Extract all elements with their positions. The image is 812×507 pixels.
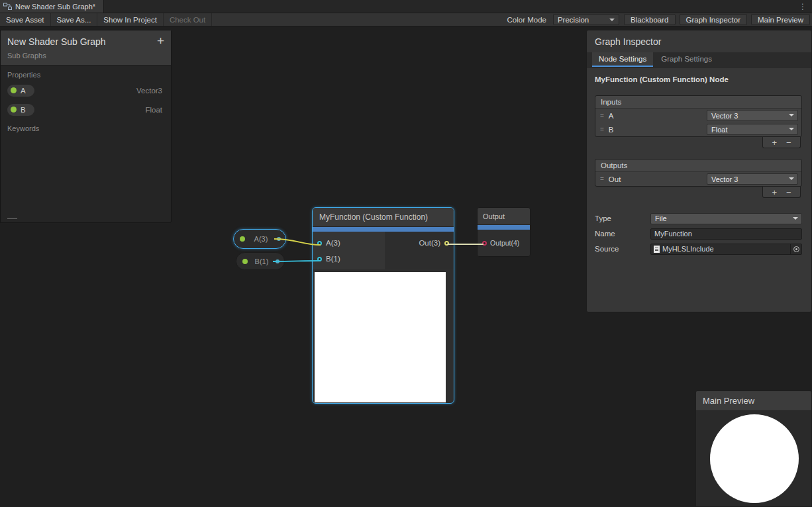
port-label-b: B(1): [326, 255, 340, 263]
property-output-port[interactable]: [277, 237, 281, 241]
blackboard-title[interactable]: New Shader Sub Graph: [7, 36, 164, 47]
property-type: Float: [145, 106, 162, 114]
function-fields: Type File Name MyFunction Source MyHLSLI…: [595, 212, 802, 255]
property-node-a[interactable]: A(3): [233, 229, 286, 249]
toolbar: Save Asset Save As... Show In Project Ch…: [0, 13, 812, 26]
chevron-down-icon: [789, 177, 794, 180]
object-picker-button[interactable]: [790, 244, 801, 254]
name-label: Name: [595, 230, 650, 238]
node-title[interactable]: Output: [478, 208, 530, 225]
main-preview-title[interactable]: Main Preview: [696, 391, 811, 411]
property-node-label: A(3): [248, 235, 274, 243]
name-input[interactable]: MyFunction: [650, 228, 802, 240]
tab-graph-settings[interactable]: Graph Settings: [654, 52, 719, 67]
tab-node-settings[interactable]: Node Settings: [592, 52, 653, 67]
keywords-section-label: Keywords: [1, 119, 171, 134]
graph-inspector-content: MyFunction (Custom Function) Node Inputs…: [587, 75, 811, 255]
tab-overflow-menu-icon[interactable]: ⋮: [796, 0, 809, 13]
precision-bar: [313, 227, 454, 232]
property-type: Vector3: [136, 87, 162, 95]
output-node[interactable]: Output Output(4): [477, 207, 531, 257]
port-dot-output[interactable]: [482, 241, 487, 246]
output-name: Out: [609, 175, 702, 183]
precision-bar: [478, 225, 530, 230]
tab-shader-subgraph[interactable]: New Shader Sub Graph*: [0, 0, 104, 13]
output-row-out[interactable]: = Out Vector 3: [595, 172, 801, 186]
port-label-output: Output(4): [490, 239, 519, 247]
toolbar-spacer: [212, 13, 503, 26]
blackboard-panel: New Shader Sub Graph Sub Graphs + Proper…: [0, 30, 172, 223]
add-property-button[interactable]: +: [157, 34, 164, 48]
port-dot-b[interactable]: [317, 257, 322, 261]
input-row-b[interactable]: = B Float: [595, 122, 801, 136]
color-mode-dropdown[interactable]: Precision: [553, 14, 619, 25]
main-preview-toggle-button[interactable]: Main Preview: [751, 14, 810, 25]
property-pill[interactable]: A: [7, 85, 34, 97]
file-icon: [654, 246, 660, 253]
custom-function-node[interactable]: MyFunction (Custom Function) A(3) B(1) O…: [312, 207, 454, 404]
chevron-down-icon: [609, 19, 615, 21]
input-type-dropdown-b[interactable]: Float: [707, 124, 798, 135]
blackboard-resize-handle[interactable]: [7, 218, 17, 219]
input-row-a[interactable]: = A Vector 3: [595, 109, 801, 122]
drag-handle-icon[interactable]: =: [600, 126, 604, 133]
port-dot-a[interactable]: [317, 241, 322, 246]
graph-inspector-toggle-button[interactable]: Graph Inspector: [680, 14, 747, 25]
blackboard-property-row-a[interactable]: A Vector3: [1, 81, 171, 100]
show-in-project-button[interactable]: Show In Project: [97, 13, 164, 26]
add-output-button[interactable]: +: [772, 187, 777, 197]
drag-handle-icon[interactable]: =: [600, 175, 604, 183]
input-port-a[interactable]: A(3): [313, 235, 385, 251]
drag-handle-icon[interactable]: =: [600, 112, 604, 119]
outputs-list-footer: + −: [762, 187, 801, 198]
property-node-b[interactable]: B(1): [236, 252, 285, 270]
blackboard-subtitle: Sub Graphs: [7, 52, 164, 60]
type-field-row: Type File: [595, 212, 802, 224]
source-value: MyHLSLInclude: [662, 245, 787, 253]
inputs-list: Inputs = A Vector 3 = B Float: [595, 95, 802, 137]
main-preview-viewport[interactable]: [696, 411, 811, 506]
inputs-list-footer: + −: [762, 137, 801, 148]
color-mode-label: Color Mode: [503, 13, 550, 26]
main-preview-panel: Main Preview: [695, 391, 812, 507]
inspected-node-header: MyFunction (Custom Function) Node: [595, 75, 802, 83]
node-title[interactable]: MyFunction (Custom Function): [313, 208, 454, 227]
save-asset-button[interactable]: Save Asset: [0, 13, 51, 26]
save-as-button[interactable]: Save As...: [51, 13, 98, 26]
property-name: B: [21, 106, 26, 114]
shader-graph-icon: [3, 3, 12, 11]
type-dropdown[interactable]: File: [650, 213, 802, 224]
input-type-dropdown-a[interactable]: Vector 3: [707, 110, 798, 121]
remove-output-button[interactable]: −: [786, 187, 791, 197]
source-object-field[interactable]: MyHLSLInclude: [650, 244, 802, 255]
remove-input-button[interactable]: −: [786, 138, 791, 148]
output-node-port[interactable]: Output(4): [478, 230, 530, 256]
property-pill[interactable]: B: [7, 104, 34, 116]
output-type-dropdown[interactable]: Vector 3: [707, 173, 798, 185]
inputs-list-footer-wrap: + −: [595, 137, 802, 148]
outputs-list: Outputs = Out Vector 3: [595, 159, 802, 187]
exposed-property-dot: [242, 259, 248, 264]
graph-inspector-title[interactable]: Graph Inspector: [587, 30, 811, 52]
node-ports: A(3) B(1) Out(3): [313, 232, 454, 269]
type-label: Type: [595, 214, 650, 222]
add-input-button[interactable]: +: [772, 138, 777, 148]
input-name: B: [609, 126, 702, 134]
outputs-list-header: Outputs: [595, 160, 801, 172]
window-tab-bar: New Shader Sub Graph* ⋮: [0, 0, 812, 13]
source-label: Source: [595, 245, 650, 253]
output-ports-column: Out(3): [385, 232, 454, 269]
input-name: A: [609, 112, 702, 120]
check-out-button: Check Out: [164, 13, 212, 26]
port-label-a: A(3): [326, 239, 340, 247]
inputs-list-header: Inputs: [595, 96, 801, 109]
port-dot-out[interactable]: [444, 241, 449, 246]
name-field-row: Name MyFunction: [595, 228, 802, 240]
blackboard-property-row-b[interactable]: B Float: [1, 100, 171, 119]
graph-inspector-panel: Graph Inspector Node Settings Graph Sett…: [586, 30, 812, 312]
shader-graph-window: New Shader Sub Graph* ⋮ Save Asset Save …: [0, 0, 812, 507]
blackboard-toggle-button[interactable]: Blackboard: [624, 14, 676, 25]
input-port-b[interactable]: B(1): [313, 251, 385, 267]
output-port-out[interactable]: Out(3): [385, 235, 454, 251]
property-output-port[interactable]: [276, 259, 279, 263]
